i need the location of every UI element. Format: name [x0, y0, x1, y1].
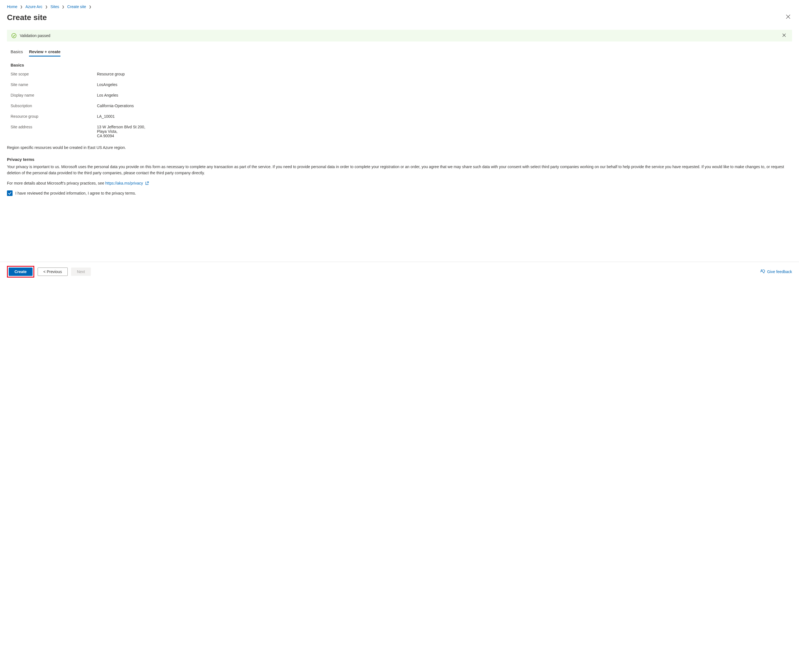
external-link-icon [145, 181, 149, 185]
label-resource-group: Resource group [11, 114, 97, 118]
create-button-highlight: Create [7, 266, 34, 278]
give-feedback-link[interactable]: Give feedback [760, 269, 792, 275]
validation-banner: Validation passed [7, 30, 792, 42]
success-check-icon [11, 33, 16, 38]
value-display-name: Los Angeles [97, 93, 118, 98]
basics-heading: Basics [11, 62, 792, 67]
footer: Create < Previous Next Give feedback [0, 262, 799, 282]
privacy-body: Your privacy is important to us. Microso… [7, 164, 792, 176]
region-note: Region specific resources would be creat… [7, 145, 792, 150]
chevron-right-icon: ❯ [45, 5, 48, 9]
banner-close-icon[interactable] [781, 32, 788, 39]
label-subscription: Subscription [11, 104, 97, 108]
privacy-agree-checkbox[interactable] [7, 190, 13, 196]
create-button[interactable]: Create [9, 267, 33, 276]
chevron-right-icon: ❯ [62, 5, 64, 9]
tabs: Basics Review + create [7, 49, 792, 56]
label-display-name: Display name [11, 93, 97, 98]
value-resource-group: LA_10001 [97, 114, 115, 118]
chevron-right-icon: ❯ [20, 5, 22, 9]
value-site-name: LosAngeles [97, 82, 117, 87]
value-subscription: California-Operations [97, 104, 134, 108]
breadcrumb-azure-arc[interactable]: Azure Arc [26, 5, 42, 9]
close-icon[interactable] [784, 13, 792, 22]
value-site-address: 13 W Jefferson Blvd St 200, Playa Vista,… [97, 125, 145, 138]
next-button: Next [71, 267, 91, 276]
give-feedback-label: Give feedback [767, 269, 792, 274]
breadcrumb: Home ❯ Azure Arc ❯ Sites ❯ Create site ❯ [7, 5, 792, 9]
tab-review-create[interactable]: Review + create [29, 49, 61, 56]
breadcrumb-sites[interactable]: Sites [50, 5, 59, 9]
breadcrumb-home[interactable]: Home [7, 5, 17, 9]
label-site-scope: Site scope [11, 72, 97, 76]
privacy-link[interactable]: https://aka.ms/privacy [105, 181, 143, 186]
privacy-agree-label: I have reviewed the provided information… [15, 191, 136, 195]
svg-point-1 [761, 270, 762, 271]
label-site-address: Site address [11, 125, 97, 129]
privacy-more-row: For more details about Microsoft's priva… [7, 181, 792, 186]
previous-button[interactable]: < Previous [38, 267, 68, 276]
page-title: Create site [7, 13, 47, 22]
chevron-right-icon: ❯ [89, 5, 91, 9]
svg-point-0 [12, 34, 16, 38]
tab-basics[interactable]: Basics [11, 49, 23, 56]
feedback-icon [760, 269, 765, 275]
label-site-name: Site name [11, 82, 97, 87]
breadcrumb-create-site[interactable]: Create site [67, 5, 86, 9]
privacy-heading: Privacy terms [7, 157, 792, 162]
value-site-scope: Resource group [97, 72, 125, 76]
banner-message: Validation passed [20, 34, 781, 38]
privacy-more-prefix: For more details about Microsoft's priva… [7, 181, 105, 186]
